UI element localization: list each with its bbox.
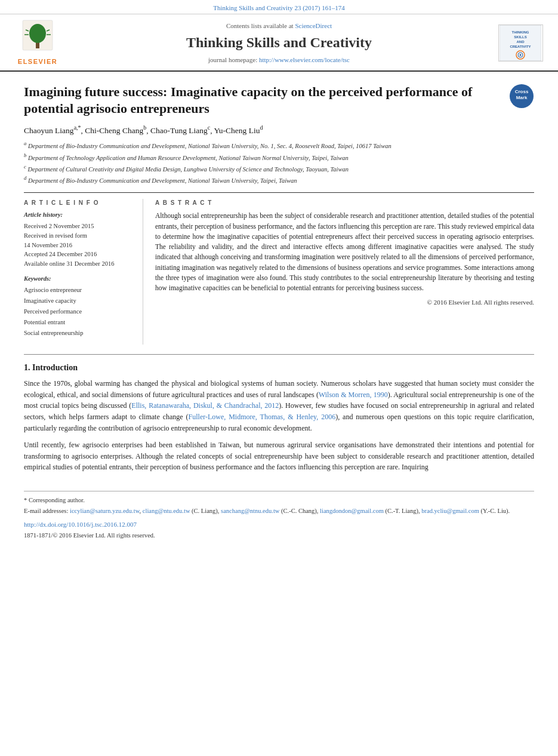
crossmark-badge-icon[interactable]: Cross Mark bbox=[509, 84, 534, 109]
keywords-group: Keywords: Agrisocio entrepreneur Imagina… bbox=[24, 275, 133, 339]
article-title-section: Imagining future success: Imaginative ca… bbox=[24, 84, 534, 118]
article-history-content: Received 2 November 2015 Received in rev… bbox=[24, 222, 133, 269]
svg-text:Cross: Cross bbox=[515, 89, 529, 94]
article-info-column: A R T I C L E I N F O Article history: R… bbox=[24, 199, 143, 344]
affiliation-b: b Department of Technology Application a… bbox=[24, 152, 534, 162]
keyword-5: Social entrepreneurship bbox=[24, 328, 133, 339]
authors-line: Chaoyun Lianga,*, Chi-Cheng Changb, Chao… bbox=[24, 124, 534, 136]
received-date: Received 2 November 2015 bbox=[24, 222, 133, 231]
email-sanchang[interactable]: sanchang@ntnu.edu.tw bbox=[221, 508, 279, 514]
author-2: Chi-Cheng Chang bbox=[85, 125, 143, 134]
email-brad[interactable]: brad.ycliu@gmail.com bbox=[421, 508, 479, 514]
abstract-column: A B S T R A C T Although social entrepre… bbox=[155, 199, 534, 344]
journal-title: Thinking Skills and Creativity bbox=[64, 33, 494, 53]
footer-section: * Corresponding author. E-mail addresses… bbox=[24, 491, 534, 540]
article-history-group: Article history: Received 2 November 201… bbox=[24, 211, 133, 268]
svg-point-14 bbox=[520, 54, 522, 56]
journal-header: ELSEVIER Contents lists available at Sci… bbox=[0, 14, 558, 71]
affiliation-d: d Department of Bio-Industry Communicati… bbox=[24, 174, 534, 185]
introduction-paragraph-2: Until recently, few agrisocio enterprise… bbox=[24, 440, 534, 473]
introduction-heading: 1. Introduction bbox=[24, 362, 534, 374]
available-date: Available online 31 December 2016 bbox=[24, 259, 133, 269]
issn-line: 1871-1871/© 2016 Elsevier Ltd. All right… bbox=[24, 531, 534, 540]
article-info-abstract-section: A R T I C L E I N F O Article history: R… bbox=[24, 192, 534, 344]
section-divider bbox=[24, 354, 534, 355]
svg-text:AND: AND bbox=[517, 40, 525, 44]
received-revised-date: Received in revised form14 November 2016 bbox=[24, 231, 133, 250]
abstract-text: Although social entrepreneurship has bee… bbox=[155, 211, 534, 293]
tsc-logo-image: THINKING SKILLS AND CREATIVITY bbox=[498, 24, 543, 62]
svg-text:SKILLS: SKILLS bbox=[514, 35, 526, 39]
affiliation-a: a Department of Bio-Industry Communicati… bbox=[24, 140, 534, 150]
keyword-2: Imaginative capacity bbox=[24, 296, 133, 306]
journal-citation: Thinking Skills and Creativity 23 (2017)… bbox=[213, 4, 345, 11]
keywords-title: Keywords: bbox=[24, 275, 133, 284]
ref-fuller-lowe[interactable]: Fuller-Lowe, Midmore, Thomas, & Henley, … bbox=[189, 413, 336, 421]
sciencedirect-link[interactable]: ScienceDirect bbox=[295, 22, 332, 29]
tsc-logo-box: THINKING SKILLS AND CREATIVITY bbox=[494, 24, 547, 62]
author-1: Chaoyun Liang bbox=[24, 125, 74, 134]
corresponding-author-label: * Corresponding author. bbox=[24, 496, 534, 505]
main-content: Imagining future success: Imaginative ca… bbox=[0, 72, 558, 554]
svg-text:CREATIVITY: CREATIVITY bbox=[510, 45, 531, 48]
email-line: E-mail addresses: iccylian@saturn.yzu.ed… bbox=[24, 507, 534, 516]
elsevier-tree-icon bbox=[17, 19, 58, 56]
tsc-logo-icon: THINKING SKILLS AND CREATIVITY bbox=[500, 25, 541, 61]
svg-text:THINKING: THINKING bbox=[512, 30, 529, 34]
journal-top-bar: Thinking Skills and Creativity 23 (2017)… bbox=[0, 0, 558, 14]
copyright-line: © 2016 Elsevier Ltd. All rights reserved… bbox=[155, 298, 534, 307]
elsevier-logo: ELSEVIER bbox=[11, 19, 64, 66]
author-3: Chao-Tung Liang bbox=[150, 125, 208, 134]
author-4: Yu-Cheng Liu bbox=[214, 125, 260, 134]
doi-link[interactable]: http://dx.doi.org/10.1016/j.tsc.2016.12.… bbox=[24, 520, 534, 529]
ref-ellis-2012[interactable]: Ellis, Ratanawaraha, Diskul, & Chandrach… bbox=[131, 401, 279, 410]
journal-center-info: Contents lists available at ScienceDirec… bbox=[64, 21, 494, 64]
article-history-title: Article history: bbox=[24, 211, 133, 220]
accepted-date: Accepted 24 December 2016 bbox=[24, 250, 133, 259]
journal-homepage: journal homepage: http://www.elsevier.co… bbox=[64, 56, 494, 64]
keyword-list: Agrisocio entrepreneur Imaginative capac… bbox=[24, 285, 133, 338]
article-title: Imagining future success: Imaginative ca… bbox=[24, 84, 509, 118]
keyword-4: Potential entrant bbox=[24, 317, 133, 328]
keyword-3: Perceived performance bbox=[24, 306, 133, 317]
email-label: E-mail addresses: bbox=[24, 508, 68, 514]
affiliation-c: c Department of Cultural Creativity and … bbox=[24, 163, 534, 174]
email-cliang[interactable]: cliang@ntu.edu.tw bbox=[143, 508, 190, 514]
abstract-label: A B S T R A C T bbox=[155, 199, 534, 207]
email-links[interactable]: iccylian@saturn.yzu.edu.tw bbox=[70, 508, 140, 514]
ref-wilson-morren[interactable]: Wilson & Morren, 1990 bbox=[319, 391, 388, 399]
article-info-label: A R T I C L E I N F O bbox=[24, 199, 133, 207]
homepage-link[interactable]: http://www.elsevier.com/locate/tsc bbox=[259, 56, 350, 63]
email-liangdondon[interactable]: liangdondon@gmail.com bbox=[320, 508, 384, 514]
svg-point-2 bbox=[29, 24, 46, 43]
contents-available-line: Contents lists available at ScienceDirec… bbox=[64, 21, 494, 30]
affiliations: a Department of Bio-Industry Communicati… bbox=[24, 140, 534, 185]
keyword-1: Agrisocio entrepreneur bbox=[24, 285, 133, 296]
elsevier-label: ELSEVIER bbox=[18, 57, 57, 66]
introduction-paragraph-1: Since the 1970s, global warming has chan… bbox=[24, 378, 534, 434]
svg-text:Mark: Mark bbox=[516, 95, 528, 100]
